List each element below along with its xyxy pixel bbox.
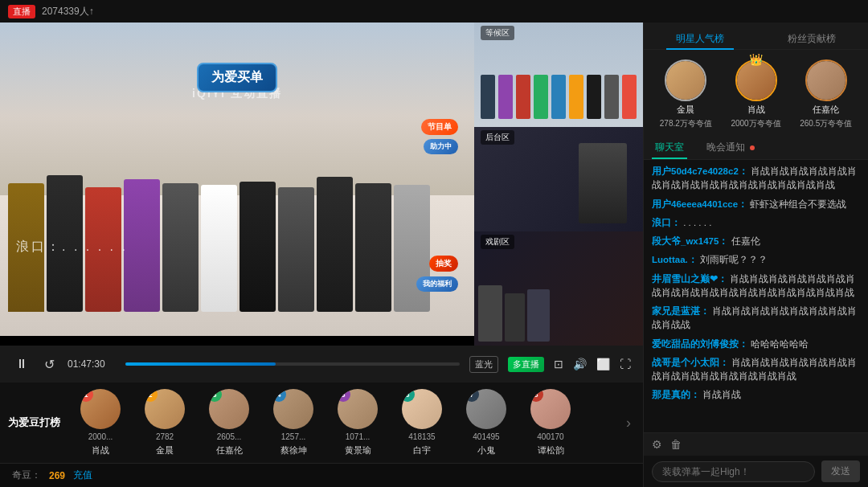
ranking-item-1[interactable]: 1 2000... 肖战	[72, 389, 129, 456]
main-video[interactable]: iQIYI 互动直播 为爱买单 节目单 助力中 抽奖 我的福利 浪口：. . .…	[0, 23, 474, 336]
wode-badge[interactable]: 我的福利	[416, 276, 458, 292]
msg-user-4: Luottaa.：	[652, 255, 698, 264]
tab-fans-contribution[interactable]: 粉丝贡献榜	[756, 29, 869, 49]
msg-user-5: 井眉雪山之巅❤：	[652, 274, 727, 284]
avatar-xiaogui: 7	[466, 389, 506, 429]
star-tabs: 明星人气榜 粉丝贡献榜	[644, 29, 868, 50]
chongzhi-button[interactable]: 充值	[73, 469, 92, 482]
panel-waiting-area[interactable]: 等候区	[474, 23, 643, 127]
star-face-3	[807, 61, 845, 100]
name-2: 金晨	[156, 444, 174, 456]
danmaku-input[interactable]	[652, 461, 815, 482]
main-container: iQIYI 互动直播 为爱买单 节目单 助力中 抽奖 我的福利 浪口：. . .…	[0, 23, 868, 487]
msg-user-0: 用户50d4c7e4028c2：	[652, 166, 748, 176]
performer-7	[240, 182, 276, 312]
msg-text-9: 肖战肖战	[702, 390, 741, 399]
msg-text-4: 刘雨昕呢？？？	[700, 255, 768, 264]
chat-tabs: 聊天室 晚会通知	[644, 136, 868, 160]
msg-5: 井眉雪山之巅❤： 肖战肖战肖战肖战肖战肖战肖战肖战肖战肖战肖战肖战肖战肖战肖战肖…	[652, 272, 860, 301]
ranking-item-5[interactable]: 5 1071... 黄景瑜	[330, 389, 386, 456]
play-pause-button[interactable]: ⏸	[12, 354, 31, 374]
drama-figures	[478, 277, 639, 342]
qiandou-value: 269	[49, 470, 65, 481]
panel3-label: 戏剧区	[481, 235, 514, 249]
ranking-item-3[interactable]: 3 2605... 任嘉伦	[201, 389, 257, 456]
mini-fig-6	[569, 75, 583, 119]
quality-live[interactable]: 多直播	[508, 357, 544, 372]
msg-text-1: 虾虾这种组合不要选战	[750, 199, 846, 209]
ranking-item-8[interactable]: 8 400170 谭松韵	[522, 389, 579, 456]
side-panels: 等候区 后台区 戏剧区	[474, 23, 643, 346]
zhuli-badge[interactable]: 助力中	[424, 139, 458, 154]
tab-chat-room[interactable]: 聊天室	[644, 136, 695, 159]
chat-messages: 用户50d4c7e4028c2： 肖战肖战肖战肖战肖战肖战肖战肖战肖战肖战肖战肖…	[644, 160, 868, 432]
msg-user-7: 爱吃甜品的刘傅俊按：	[652, 339, 748, 349]
notice-dot	[750, 145, 755, 150]
delete-icon[interactable]: 🗑	[670, 438, 682, 451]
msg-user-3: 段大爷_wx1475：	[652, 236, 728, 246]
score-6: 418135	[408, 432, 435, 441]
star-item-renjialun[interactable]: 任嘉伦 260.5万夸夸值	[800, 59, 852, 129]
performer-4	[124, 179, 160, 312]
avatar-renjialun: 3	[209, 389, 249, 429]
bottom-ranking-strip: 为爱豆打榜 1 2000... 肖战 2 2782 金晨	[0, 383, 643, 463]
performer-8	[278, 187, 314, 312]
fullscreen-icon[interactable]: ⛶	[620, 358, 631, 370]
score-2: 2782	[156, 432, 174, 441]
screen-icon[interactable]: ⬜	[596, 358, 610, 370]
panel2-label: 后台区	[481, 130, 514, 145]
star-item-jinchen[interactable]: 金晨 278.2万夸夸值	[660, 59, 712, 129]
star-name-jinchen: 金晨	[677, 104, 694, 116]
ranking-next-arrow[interactable]: ›	[622, 415, 635, 432]
panel-drama[interactable]: 戏剧区	[474, 231, 643, 346]
performer-6	[201, 185, 237, 312]
ranking-item-7[interactable]: 7 401495 小鬼	[458, 389, 514, 456]
msg-4: Luottaa.： 刘雨昕呢？？？	[652, 253, 860, 267]
backstage-figure	[579, 143, 627, 223]
ranking-item-2[interactable]: 2 2782 金晨	[137, 389, 193, 456]
star-avatar-wrapper-2	[665, 59, 706, 101]
ranking-item-6[interactable]: 6 418135 白宇	[394, 389, 450, 456]
cast-icon[interactable]: ⊡	[554, 358, 563, 370]
tab-star-popularity[interactable]: 明星人气榜	[644, 29, 756, 49]
score-8: 400170	[537, 432, 563, 441]
mini-fig-1	[481, 75, 495, 119]
time-display: 01:47:30	[68, 358, 116, 370]
star-item-xiaozhan[interactable]: 👑 肖战 2000万夸夸值	[731, 59, 780, 129]
msg-user-1: 用户46eeea4401cce：	[652, 199, 747, 209]
drama-fig-3	[527, 289, 550, 342]
video-content: iQIYI 互动直播 为爱买单 节目单 助力中 抽奖 我的福利 浪口：. . .…	[0, 23, 643, 346]
progress-fill	[125, 362, 276, 366]
ranking-item-4[interactable]: 4 1257... 蔡徐坤	[265, 389, 321, 456]
choujiang-badge[interactable]: 抽奖	[429, 256, 458, 272]
panel-top-figures	[474, 75, 643, 119]
avatar-tansongwei: 8	[530, 389, 571, 429]
ranking-title: 为爱豆打榜	[8, 415, 72, 430]
name-4: 蔡徐坤	[280, 444, 307, 456]
refresh-button[interactable]: ↺	[41, 354, 58, 375]
star-avatar-renjialun	[805, 59, 847, 101]
star-list: 金晨 278.2万夸夸值 👑 肖战 2000万夸夸值	[644, 56, 868, 136]
jiemu-badge[interactable]: 节目单	[421, 119, 458, 135]
name-8: 谭松韵	[538, 444, 564, 456]
drama-fig-1	[478, 285, 502, 342]
progress-bar[interactable]	[125, 362, 460, 366]
star-score-renjialun: 260.5万夸夸值	[800, 118, 852, 129]
msg-9: 那是真的： 肖战肖战	[652, 388, 860, 402]
score-4: 1257...	[281, 432, 306, 441]
send-button[interactable]: 发送	[821, 460, 860, 482]
volume-icon[interactable]: 🔊	[573, 358, 587, 370]
avatar-bailu: 6	[402, 389, 442, 429]
live-badge: 直播	[8, 5, 35, 18]
msg-user-2: 浪口：	[652, 218, 681, 227]
msg-user-9: 那是真的：	[652, 390, 700, 399]
performer-10	[355, 183, 391, 312]
panel-backstage[interactable]: 后台区	[474, 127, 643, 231]
quality-bluray[interactable]: 蓝光	[469, 356, 498, 373]
settings-icon[interactable]: ⚙	[652, 438, 662, 451]
tab-notice[interactable]: 晚会通知	[695, 136, 766, 159]
qiandou-label: 奇豆：	[12, 469, 41, 482]
chat-actions: ⚙ 🗑	[644, 433, 868, 456]
name-5: 黄景瑜	[345, 444, 371, 456]
name-7: 小鬼	[477, 444, 495, 456]
